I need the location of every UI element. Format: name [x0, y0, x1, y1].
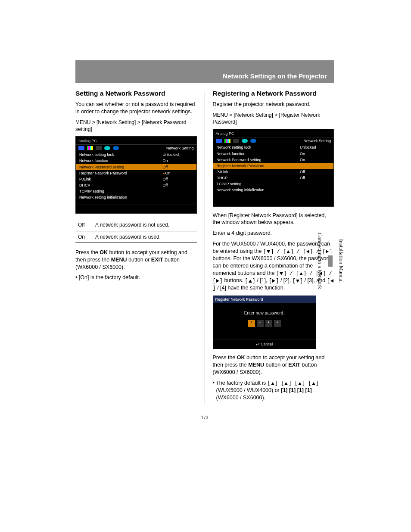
- page-number: 173: [75, 415, 334, 420]
- text: The factory default is: [216, 380, 268, 386]
- osd-rows: Network setting lockUnlockedNetwork func…: [76, 152, 196, 200]
- right-column: Registering a Network Password Register …: [213, 89, 334, 405]
- osd-row-label: TCP/IP setting: [79, 189, 163, 194]
- osd-row: Register Network PasswordOn: [76, 170, 196, 176]
- osd-row: Network setting initialization: [76, 194, 196, 200]
- osd-tab-icon: [242, 139, 248, 143]
- osd-row: DHCPOff: [76, 182, 196, 188]
- section-header: Network Settings on the Projector: [75, 60, 334, 83]
- side-tab-top: Installation Manual: [338, 239, 345, 283]
- osd-row-value: [300, 181, 330, 187]
- osd-tab-icon: [250, 139, 256, 143]
- pw-slot: *: [274, 320, 281, 327]
- left-heading: Setting a Network Password: [75, 89, 197, 98]
- osd-row-value: Off: [163, 165, 193, 170]
- right-note: The factory default is [] [] [] [] (WUX5…: [216, 380, 334, 401]
- osd-source: Analog PC: [216, 131, 234, 136]
- ok-label: OK: [100, 249, 108, 255]
- osd-tab-icon: [224, 139, 230, 143]
- osd-row-value: Off: [300, 169, 330, 174]
- osd-row-value: [300, 187, 330, 193]
- osd-row-label: Network function: [217, 151, 300, 156]
- osd-row-value: On: [300, 157, 330, 162]
- pw-dialog-cancel: ⮐ Cancel: [213, 339, 316, 349]
- osd-row-label: Network setting initialization: [217, 187, 300, 193]
- osd-row-label: DHCP: [79, 183, 163, 188]
- left-note: [On] is the factory default.: [79, 274, 197, 281]
- osd-row-label: Network setting lock: [79, 152, 163, 157]
- pw-slot: *: [265, 320, 272, 327]
- osd-tab-icon: [104, 146, 110, 150]
- right-menu-path: MENU > [Network Setting] > [Register Net…: [213, 112, 334, 125]
- options-table: OffA network password is not used.OnA ne…: [75, 219, 197, 243]
- osd-row-value: [300, 163, 330, 168]
- side-tab-bottom: Connecting to a Network: [316, 233, 323, 289]
- text: Press the: [213, 355, 237, 361]
- column-divider: [205, 91, 205, 405]
- right-arrow-paragraph: For the WUX5000 / WUX4000, the password …: [213, 240, 334, 292]
- two-column-layout: Setting a Network Password You can set w…: [75, 89, 334, 405]
- osd-row-value: Off: [300, 175, 330, 180]
- osd-row: Network setting lockUnlocked: [213, 144, 334, 150]
- osd-row: Network functionOn: [76, 158, 196, 164]
- text: Press the: [75, 249, 100, 255]
- osd-row: DHCPOff: [213, 175, 334, 181]
- osd-screenshot-left: Analog PC Network Setting Network settin…: [75, 136, 197, 214]
- osd-row: PJLinkOff: [76, 176, 196, 182]
- text: / [4] have the same function.: [216, 285, 285, 291]
- pw-slot: *: [248, 320, 255, 327]
- osd-tab-icon: [96, 146, 102, 150]
- osd-row-label: Register Network Password: [217, 163, 300, 168]
- osd-row: Network Password settingOn: [213, 157, 334, 163]
- osd-tab-bar: Network Setting: [76, 145, 196, 152]
- osd-row-label: DHCP: [217, 175, 300, 180]
- option-key: Off: [75, 219, 93, 231]
- osd-row-value: Off: [163, 177, 193, 182]
- pw-slots: * * * *: [213, 320, 316, 327]
- osd-row-label: Network function: [79, 158, 163, 163]
- arrow-bracket: []: [245, 278, 255, 284]
- left-intro: You can set whether or not a password is…: [75, 101, 197, 115]
- option-row: OffA network password is not used.: [75, 219, 197, 231]
- osd-screenshot-right: Analog PC Network Setting Network settin…: [213, 129, 334, 206]
- option-key: On: [75, 231, 93, 243]
- osd-tab-icon: [87, 146, 93, 150]
- osd-footer-bar: [76, 205, 196, 209]
- osd-row: PJLinkOff: [213, 169, 334, 175]
- right-after1: When [Register Network Password] is sele…: [213, 212, 334, 227]
- osd-row-label: PJLink: [79, 177, 163, 182]
- osd-row-value: On: [163, 171, 193, 176]
- menu-label: MENU: [111, 257, 127, 263]
- right-intro: Register the projector network password.: [213, 101, 334, 108]
- osd-row: Network functionOn: [213, 151, 334, 157]
- osd-row: Register Network Password: [213, 163, 334, 169]
- osd-tab-bar: Network Setting: [213, 137, 334, 144]
- osd-row: Network setting initialization: [213, 187, 334, 193]
- password-dialog: Register Network Password Enter new pass…: [213, 296, 316, 349]
- left-menu-path: MENU > [Network Setting] > [Network Pass…: [75, 119, 197, 133]
- text: buttons.: [223, 277, 243, 283]
- osd-tab-icon: [78, 146, 84, 150]
- text: button or: [127, 257, 151, 263]
- options-body: OffA network password is not used.OnA ne…: [75, 219, 197, 243]
- option-row: OnA network password is used.: [75, 231, 197, 243]
- osd-row-label: Network setting lock: [217, 145, 300, 150]
- osd-row: TCP/IP setting: [213, 181, 334, 187]
- right-heading: Registering a Network Password: [213, 89, 334, 98]
- osd-row-value: [163, 189, 193, 194]
- option-desc: A network password is not used.: [93, 219, 197, 231]
- osd-tab-title: Network Setting: [303, 138, 331, 143]
- osd-row: Network Password settingOff: [76, 164, 196, 170]
- menu-label: MENU: [248, 362, 264, 368]
- left-accept-text: Press the OK button to accept your setti…: [75, 249, 197, 271]
- osd-row-value: On: [300, 151, 330, 156]
- osd-row-value: Unlocked: [300, 145, 330, 150]
- osd-row-label: Network Password setting: [217, 157, 300, 162]
- osd-row: Network setting lockUnlocked: [76, 152, 196, 158]
- text: / [2],: [279, 277, 292, 283]
- text: / [1],: [255, 277, 269, 283]
- pw-dialog-prompt: Enter new password.: [213, 310, 316, 316]
- side-tab-labels: Installation Manual Connecting to a Netw…: [316, 233, 345, 289]
- text: button or: [264, 362, 288, 368]
- osd-row-label: Network Password setting: [79, 165, 163, 170]
